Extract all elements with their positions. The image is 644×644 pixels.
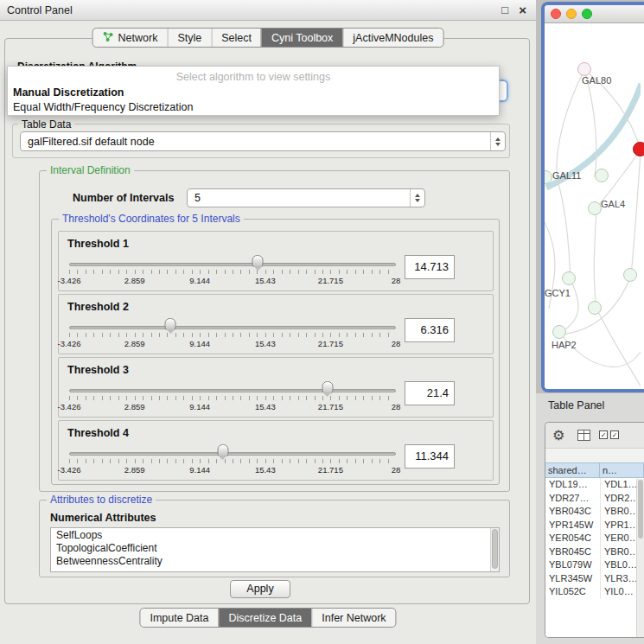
- scale-label: 21.715: [318, 276, 343, 285]
- table-row[interactable]: YLR345WYLR3…: [545, 572, 644, 586]
- cell[interactable]: YIL052C: [545, 585, 600, 599]
- threshold-value-field[interactable]: 11.344: [405, 444, 455, 469]
- slider-scale: -3.426 2.859 9.144 15.43 21.715 28: [69, 465, 396, 475]
- tab-cyni-toolbox[interactable]: Cyni Toolbox: [261, 29, 342, 47]
- threshold-label: Threshold 1: [67, 238, 129, 250]
- column-header[interactable]: n…: [600, 462, 644, 478]
- tab-jactivemnodules[interactable]: jActiveMNodules: [342, 29, 443, 47]
- stepper-icon[interactable]: [410, 189, 424, 207]
- network-node[interactable]: [562, 271, 576, 285]
- threshold-slider[interactable]: -3.426 2.859 9.144 15.43 21.715 28: [69, 380, 396, 417]
- number-of-intervals-combobox[interactable]: 5: [187, 188, 425, 207]
- threshold-panel: Threshold 1 -3.426 2.859 9.144 15.43 21.…: [58, 231, 494, 291]
- list-item[interactable]: SelfLoops: [51, 528, 499, 541]
- scale-label: -3.426: [58, 339, 81, 348]
- node-label: GCY1: [545, 288, 571, 298]
- cell[interactable]: YLR345W: [545, 572, 600, 586]
- threshold-slider[interactable]: -3.426 2.859 9.144 15.43 21.715 28: [69, 443, 396, 480]
- cell[interactable]: YBR045C: [545, 545, 600, 559]
- scale-label: 28: [392, 339, 401, 348]
- table-row[interactable]: YIL052CYIL0…: [545, 585, 644, 599]
- slider-track[interactable]: [69, 263, 396, 266]
- list-item[interactable]: TopologicalCoefficient: [51, 541, 499, 554]
- cell[interactable]: YER054C: [545, 532, 600, 545]
- table-data-combobox[interactable]: galFiltered.sif default node: [20, 131, 506, 151]
- attributes-group: Attributes to discretize Numerical Attri…: [39, 500, 510, 577]
- table-row[interactable]: YDL19…YDL1…: [545, 478, 644, 492]
- node-label: GAL80: [582, 75, 611, 86]
- network-canvas[interactable]: GAL80 GAL11 GAL4 GCY1 HAP2: [545, 23, 641, 392]
- slider-track[interactable]: [69, 389, 396, 392]
- cell[interactable]: YBL079W: [545, 558, 600, 572]
- float-window-icon[interactable]: □: [501, 3, 508, 16]
- cell[interactable]: YPR145W: [545, 519, 600, 532]
- network-node[interactable]: [588, 201, 602, 215]
- slider-thumb[interactable]: [217, 444, 228, 456]
- close-traffic-light-icon[interactable]: [551, 9, 561, 19]
- table-row[interactable]: YBR045CYBR0…: [545, 545, 644, 559]
- slider-thumb[interactable]: [165, 318, 176, 330]
- cell[interactable]: YDL19…: [545, 478, 600, 492]
- network-node[interactable]: [577, 62, 591, 76]
- tab-discretize-data[interactable]: Discretize Data: [219, 609, 312, 627]
- table-row[interactable]: YBL079WYBL0…: [545, 558, 644, 572]
- scrollbar[interactable]: [490, 528, 499, 571]
- stepper-icon[interactable]: [490, 132, 505, 150]
- network-node[interactable]: [623, 268, 637, 282]
- tab-label: jActiveMNodules: [353, 32, 433, 44]
- slider-track[interactable]: [69, 326, 396, 329]
- select-column-icon[interactable]: ✓: [610, 430, 619, 439]
- scale-label: 28: [392, 276, 401, 285]
- apply-button[interactable]: Apply: [230, 580, 290, 598]
- scale-label: 15.43: [255, 339, 276, 348]
- scrollbar-thumb[interactable]: [638, 480, 643, 539]
- threshold-value-field[interactable]: 14.713: [405, 255, 455, 279]
- table-row[interactable]: YER054CYER0…: [545, 532, 644, 545]
- dropdown-option-equal-width-frequency[interactable]: Equal Width/Frequency Discretization: [13, 101, 193, 113]
- threshold-slider[interactable]: -3.426 2.859 9.144 15.43 21.715 28: [69, 254, 396, 290]
- scrollbar[interactable]: [636, 479, 644, 637]
- attributes-list[interactable]: SelfLoops TopologicalCoefficient Between…: [50, 527, 500, 572]
- slider-thumb[interactable]: [252, 255, 264, 267]
- network-node[interactable]: [552, 325, 566, 339]
- scale-label: 15.43: [255, 276, 276, 285]
- network-node-selected[interactable]: [633, 142, 644, 156]
- cell[interactable]: YBR043C: [545, 505, 600, 519]
- table-data-value: galFiltered.sif default node: [28, 136, 155, 148]
- tab-impute-data[interactable]: Impute Data: [140, 609, 218, 627]
- network-node[interactable]: [588, 301, 602, 315]
- minimize-traffic-light-icon[interactable]: [566, 9, 577, 19]
- tab-style[interactable]: Style: [167, 29, 211, 47]
- network-window-titlebar[interactable]: [545, 5, 644, 23]
- scale-label: 21.715: [318, 402, 343, 411]
- zoom-traffic-light-icon[interactable]: [582, 9, 592, 19]
- thresholds-group-title: Threshold's Coordinates for 5 Intervals: [59, 213, 244, 225]
- threshold-panel: Threshold 3 -3.426 2.859 9.144 15.43 21.…: [58, 357, 494, 418]
- gear-icon[interactable]: ⚙: [552, 427, 564, 443]
- table-row[interactable]: YBR043CYBR0…: [545, 505, 644, 519]
- network-node[interactable]: [595, 169, 609, 182]
- close-icon[interactable]: ×: [519, 3, 526, 17]
- tab-select[interactable]: Select: [211, 29, 261, 47]
- scale-label: 9.144: [189, 402, 210, 411]
- slider-thumb[interactable]: [322, 381, 333, 393]
- table-row[interactable]: YDR27…YDR2…: [545, 492, 644, 506]
- columns-icon[interactable]: [577, 430, 590, 441]
- tab-network[interactable]: Network: [93, 29, 168, 47]
- slider-ticks: [69, 459, 396, 463]
- scrollbar-thumb[interactable]: [492, 529, 498, 569]
- column-header[interactable]: shared…: [545, 462, 600, 478]
- tab-infer-network[interactable]: Infer Network: [311, 609, 395, 627]
- cell[interactable]: YDR27…: [545, 492, 600, 506]
- select-all-icon[interactable]: ✓: [599, 430, 608, 439]
- dropdown-option-manual-discretization[interactable]: Manual Discretization: [13, 86, 124, 99]
- threshold-value-field[interactable]: 6.316: [405, 318, 455, 342]
- tab-label: Style: [177, 32, 201, 44]
- number-of-intervals-label: Number of Intervals: [73, 192, 174, 204]
- slider-track[interactable]: [69, 452, 396, 456]
- threshold-slider[interactable]: -3.426 2.859 9.144 15.43 21.715 28: [69, 317, 396, 354]
- list-item[interactable]: BetweennessCentrality: [51, 554, 499, 567]
- table-row[interactable]: YPR145WYPR1…: [545, 519, 644, 532]
- threshold-value-field[interactable]: 21.4: [405, 381, 455, 405]
- scale-label: -3.426: [58, 402, 81, 411]
